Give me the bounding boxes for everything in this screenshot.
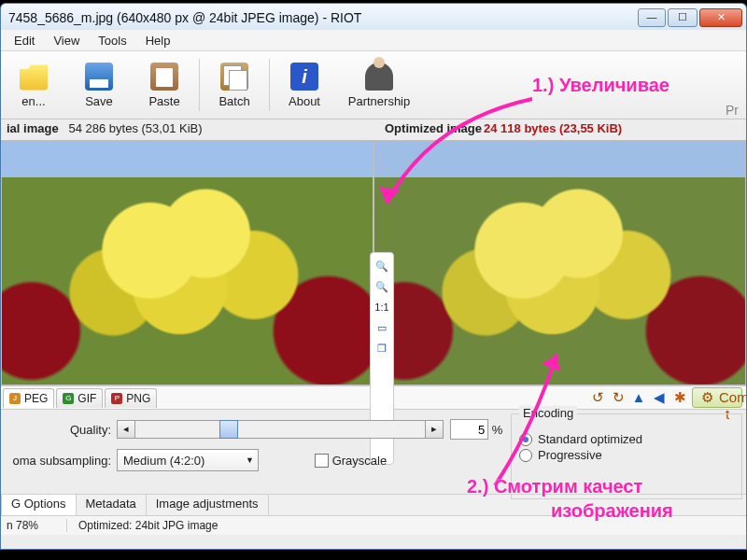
chroma-select[interactable]: Medium (4:2:0) ▼ — [117, 449, 259, 471]
annotation-1: 1.) Увеличивае — [532, 75, 669, 96]
annotation-arrow-1 — [374, 93, 570, 224]
initial-image-pane[interactable] — [1, 140, 374, 385]
status-info: Optimized: 24bit JPG image — [66, 519, 218, 532]
slider-track[interactable] — [135, 420, 425, 439]
initial-image-size: 54 286 bytes (53,01 KiB) — [68, 121, 202, 135]
image-op-toolbar: ↺ ↻ ▲ ◀ ✱ ⚙ Compress t — [589, 387, 742, 408]
zoom-in-icon[interactable]: 🔍 — [374, 259, 390, 273]
initial-image-label: ial image — [7, 121, 59, 135]
toolbar-separator — [199, 59, 200, 111]
dual-view-button[interactable]: ❐ — [374, 341, 390, 356]
quality-label: Quality: — [7, 423, 111, 437]
chroma-value: Medium (4:2:0) — [123, 454, 204, 468]
close-button[interactable]: ✕ — [699, 8, 742, 27]
zoom-out-icon[interactable]: 🔍 — [374, 279, 390, 294]
quality-slider[interactable]: ◂ ▸ — [117, 420, 444, 439]
settings-icon[interactable]: ✱ — [671, 389, 688, 406]
toolbar-separator — [269, 59, 270, 111]
rotate-cw-icon[interactable]: ↻ — [610, 389, 627, 406]
save-icon — [85, 63, 113, 91]
maximize-button[interactable]: ☐ — [668, 8, 698, 27]
flip-v-icon[interactable]: ◀ — [651, 389, 668, 406]
menu-edit[interactable]: Edit — [5, 32, 44, 49]
menu-view[interactable]: View — [44, 32, 89, 49]
save-button[interactable]: Save — [66, 51, 132, 119]
chroma-label: oma subsampling: — [7, 454, 111, 468]
menu-tools[interactable]: Tools — [89, 32, 135, 49]
grayscale-label: Grayscale — [332, 454, 388, 468]
paste-label: Paste — [148, 94, 179, 108]
slider-inc-button[interactable]: ▸ — [425, 420, 444, 439]
menu-bar: Edit View Tools Help — [1, 30, 746, 51]
paste-icon — [150, 63, 178, 91]
about-label: About — [289, 94, 320, 108]
chevron-down-icon: ▼ — [246, 455, 254, 465]
menu-help[interactable]: Help — [136, 32, 180, 49]
flip-h-icon[interactable]: ▲ — [630, 389, 647, 406]
annotation-2: 2.) Смотрим качест — [467, 476, 642, 497]
about-button[interactable]: i About — [272, 51, 337, 119]
tab-image-adjustments[interactable]: Image adjustments — [147, 495, 269, 515]
open-label: en... — [21, 94, 45, 108]
compress-label: Compress t — [719, 389, 736, 406]
folder-icon — [20, 63, 48, 91]
batch-label: Batch — [218, 94, 249, 108]
rotate-ccw-icon[interactable]: ↺ — [589, 389, 606, 406]
slider-thumb[interactable] — [219, 420, 238, 439]
tab-jpeg-options[interactable]: G Options — [1, 494, 77, 515]
compress-icon: ⚙ — [698, 389, 715, 406]
window-titlebar: 7458_5686_m.jpg (640x480 px @ 24bit JPEG… — [0, 3, 747, 31]
person-icon — [365, 63, 393, 91]
tab-gif[interactable]: GGIF — [56, 388, 103, 408]
tab-png-label: PNG — [126, 392, 150, 405]
compress-button[interactable]: ⚙ Compress t — [692, 387, 742, 408]
tab-jpeg-label: PEG — [24, 392, 48, 405]
window-title: 7458_5686_m.jpg (640x480 px @ 24bit JPEG… — [1, 10, 638, 25]
pr-label: Pr — [726, 103, 739, 118]
tab-jpeg[interactable]: JPEG — [3, 388, 54, 408]
status-zoom: n 78% — [7, 519, 38, 532]
annotation-arrow-2 — [467, 345, 579, 495]
open-button[interactable]: en... — [1, 51, 66, 119]
tab-gif-label: GIF — [78, 392, 96, 405]
tab-metadata[interactable]: Metadata — [77, 495, 147, 515]
grayscale-checkbox[interactable] — [315, 454, 329, 468]
tab-png[interactable]: PPNG — [105, 388, 157, 408]
batch-icon — [220, 63, 248, 91]
about-icon: i — [290, 63, 318, 91]
save-label: Save — [85, 94, 113, 108]
annotation-2b: изображения — [551, 500, 673, 522]
batch-button[interactable]: Batch — [202, 51, 267, 119]
slider-dec-button[interactable]: ◂ — [117, 420, 135, 439]
zoom-fit-button[interactable]: ▭ — [374, 320, 390, 335]
paste-button[interactable]: Paste — [132, 51, 197, 119]
minimize-button[interactable]: — — [638, 8, 666, 27]
zoom-actual-button[interactable]: 1:1 — [374, 300, 390, 315]
